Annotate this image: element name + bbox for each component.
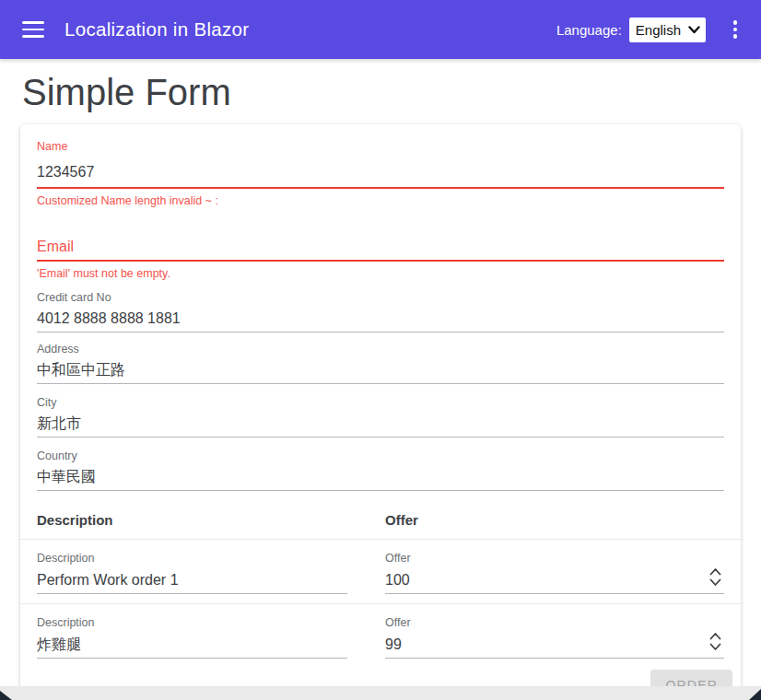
field-group-address: Address	[37, 342, 724, 384]
page-title: Simple Form	[22, 72, 761, 113]
app-title: Localization in Blazor	[64, 18, 249, 41]
offer-spinner-2	[708, 632, 722, 651]
menu-icon[interactable]	[22, 21, 44, 38]
app-bar: Localization in Blazor Language: English	[0, 0, 761, 59]
description-label: Description	[37, 615, 347, 630]
offer-label: Offer	[385, 615, 724, 630]
offer-cell: Offer	[385, 615, 724, 659]
language-label: Language:	[556, 22, 622, 38]
offer-cell: Offer	[385, 551, 724, 594]
item-row-2: Description Offer	[20, 604, 741, 659]
language-selected-value: English	[636, 22, 681, 38]
field-group-credit-card: Credit card No	[37, 290, 724, 332]
chevron-down-icon	[688, 26, 700, 34]
country-label: Country	[37, 449, 724, 463]
description-input-2[interactable]	[37, 634, 347, 656]
more-options-icon[interactable]	[724, 18, 746, 41]
description-label: Description	[37, 551, 347, 566]
field-group-country: Country	[37, 449, 724, 491]
country-input[interactable]	[37, 467, 724, 487]
email-label: Email	[37, 238, 724, 256]
name-label: Name	[37, 139, 724, 154]
description-input-1[interactable]	[37, 569, 347, 591]
field-group-city: City	[37, 395, 724, 438]
description-cell: Description	[37, 551, 347, 594]
city-input[interactable]	[37, 414, 724, 434]
description-cell: Description	[37, 615, 347, 659]
offer-input-1[interactable]	[385, 569, 724, 591]
field-group-name: Name Customized Name length invalid ~ :	[37, 139, 724, 208]
field-group-email: Email 'Email' must not be empty.	[37, 238, 724, 281]
offer-input-2[interactable]	[385, 634, 724, 656]
name-input[interactable]	[37, 161, 724, 183]
credit-card-label: Credit card No	[37, 290, 724, 305]
window-corner-right	[749, 689, 761, 700]
decrement-icon[interactable]	[708, 643, 722, 651]
offer-spinner-1	[708, 567, 722, 587]
window-corner-left	[0, 691, 12, 700]
offer-column-header: Offer	[385, 511, 724, 530]
address-label: Address	[37, 342, 724, 356]
city-label: City	[37, 395, 724, 410]
window-bottom-strip	[0, 686, 761, 700]
language-select[interactable]: English	[629, 18, 706, 42]
form-card: Name Customized Name length invalid ~ : …	[20, 124, 741, 700]
increment-icon[interactable]	[708, 632, 722, 640]
offer-label: Offer	[385, 551, 724, 566]
decrement-icon[interactable]	[708, 578, 722, 587]
email-error-text: 'Email' must not be empty.	[37, 266, 724, 281]
items-header-row: Description Offer	[20, 511, 741, 530]
name-error-text: Customized Name length invalid ~ :	[37, 193, 724, 208]
increment-icon[interactable]	[708, 567, 722, 576]
credit-card-input[interactable]	[37, 309, 724, 329]
item-row-1: Description Offer	[20, 540, 741, 594]
address-input[interactable]	[37, 360, 724, 380]
description-column-header: Description	[37, 511, 347, 530]
